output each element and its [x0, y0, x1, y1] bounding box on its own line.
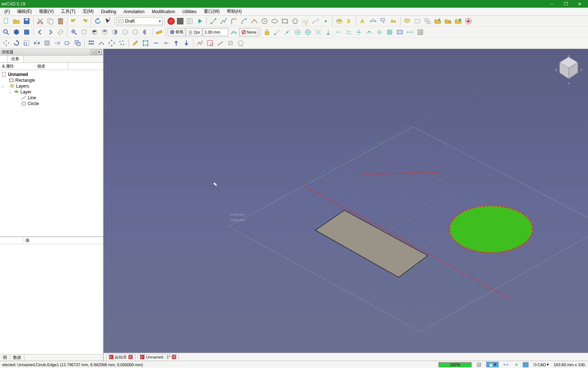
bspline-tool[interactable] — [301, 16, 310, 26]
menu-help[interactable]: 帮助(H) — [223, 8, 245, 15]
bottom-button[interactable] — [131, 27, 140, 37]
dimension-tool[interactable]: 10 — [368, 16, 378, 26]
right-button[interactable] — [110, 27, 120, 37]
undo-button[interactable] — [69, 16, 79, 26]
layers-button[interactable] — [402, 16, 412, 26]
wire-tool[interactable] — [219, 16, 228, 26]
macros-button[interactable] — [185, 16, 194, 26]
snap-grid-button[interactable] — [385, 27, 394, 37]
tab-data[interactable]: 数据 — [10, 354, 24, 361]
join-tool[interactable] — [151, 38, 160, 48]
stretch-tool[interactable] — [63, 38, 72, 48]
nav-back-button[interactable] — [35, 27, 45, 37]
tree-item-layers[interactable]: ⌄ Layers — [0, 83, 103, 89]
rectangle-tool[interactable] — [280, 16, 290, 26]
tree-doc[interactable]: Unnamed — [0, 72, 103, 77]
menu-annotation[interactable]: Annotation — [120, 8, 148, 15]
arc-tool[interactable] — [239, 16, 249, 26]
linewidth-widget[interactable]: 2px — [186, 28, 202, 36]
scale-tool[interactable] — [22, 38, 31, 48]
text-tool[interactable]: A — [358, 16, 368, 26]
upgrade-tool[interactable] — [171, 38, 181, 48]
status-zoom[interactable]: 100% — [438, 362, 471, 367]
snap-angle-button[interactable] — [303, 27, 313, 37]
facebinder-tool[interactable] — [334, 16, 344, 26]
nav-cube[interactable] — [552, 53, 585, 86]
cut-button[interactable] — [35, 16, 45, 26]
measure-button[interactable] — [154, 27, 164, 37]
iso-button[interactable] — [80, 27, 89, 37]
front-button[interactable] — [90, 27, 99, 37]
menu-view[interactable]: 视图(V) — [35, 8, 57, 15]
tab-tasks[interactable]: 任务 — [8, 55, 23, 62]
status-dim-icon[interactable] — [502, 362, 510, 368]
ellipse-tool[interactable] — [270, 16, 279, 26]
redo-button[interactable] — [80, 16, 89, 26]
wire2bspline-tool[interactable] — [195, 38, 205, 48]
draft2sketch-tool[interactable] — [205, 38, 215, 48]
polararray-tool[interactable] — [107, 38, 116, 48]
flipdim-tool[interactable] — [226, 38, 235, 48]
tab-model[interactable] — [0, 55, 8, 62]
snap-lock-button[interactable] — [262, 27, 272, 37]
mirror-tool[interactable] — [32, 38, 42, 48]
snap-dims-button[interactable] — [405, 27, 415, 37]
collapse-icon[interactable]: ⌄ — [1, 85, 5, 88]
circle-tool[interactable] — [260, 16, 269, 26]
view-orientation-widget[interactable]: 俯视 — [168, 28, 185, 36]
array-tool[interactable] — [86, 38, 96, 48]
snap-endpoint-button[interactable] — [272, 27, 282, 37]
tab-view[interactable]: 明 — [0, 354, 10, 361]
shape2d-tool[interactable] — [236, 38, 245, 48]
doctab-unnamed[interactable]: F Unnamed : 1* × — [138, 354, 179, 360]
snap-center-button[interactable] — [293, 27, 302, 37]
link-button[interactable] — [56, 27, 65, 37]
collapse-icon[interactable]: ⌄ — [9, 91, 12, 94]
menu-file[interactable]: (F) — [1, 8, 13, 15]
save-button[interactable] — [22, 16, 31, 26]
fit-selection-button[interactable] — [69, 27, 79, 37]
record-macro-button[interactable] — [167, 18, 175, 25]
line-tool[interactable] — [209, 16, 218, 26]
run-macro-button[interactable] — [195, 16, 205, 26]
tree-item-rectangle[interactable]: Rectangle — [0, 77, 103, 83]
status-snap-lock[interactable]: ▾ — [486, 362, 499, 367]
workbench-selector[interactable]: Draft ▾ — [117, 17, 163, 25]
selectgroup-button[interactable] — [443, 16, 453, 26]
stop-macro-button[interactable] — [177, 18, 183, 24]
downgrade-tool[interactable] — [182, 38, 191, 48]
whatsthis-button[interactable]: ? — [103, 16, 113, 26]
patharray-tool[interactable] — [97, 38, 106, 48]
apply-style-button[interactable] — [229, 27, 239, 37]
snap-midpoint-button[interactable] — [283, 27, 292, 37]
copy-button[interactable] — [46, 16, 55, 26]
tree-item-circle[interactable]: Circle — [0, 101, 103, 107]
autogroup-widget[interactable]: None — [239, 28, 258, 36]
maximize-button[interactable]: ❐ — [559, 0, 573, 8]
top-button[interactable] — [100, 27, 109, 37]
pointarray-tool[interactable] — [117, 38, 127, 48]
rear-button[interactable] — [120, 27, 130, 37]
trimex-tool[interactable] — [53, 38, 62, 48]
panel-close-button[interactable]: ✕ — [97, 50, 102, 55]
menu-edit[interactable]: 编辑(E) — [13, 8, 35, 15]
split-tool[interactable] — [161, 38, 171, 48]
refresh-button[interactable] — [93, 16, 102, 26]
snap-extension-button[interactable] — [334, 27, 343, 37]
status-grid-icon[interactable] — [475, 362, 483, 368]
menu-drafting[interactable]: Drafting — [97, 8, 120, 15]
open-file-button[interactable] — [12, 16, 21, 26]
snap-special-button[interactable] — [354, 27, 364, 37]
nav-fwd-button[interactable] — [46, 27, 55, 37]
menu-macro[interactable]: 宏(M) — [79, 8, 97, 15]
offset-tool[interactable] — [42, 38, 52, 48]
left-button[interactable] — [141, 27, 150, 37]
snap-wp-button[interactable] — [395, 27, 405, 37]
arc3pt-tool[interactable] — [249, 16, 259, 26]
bezier-tool[interactable] — [311, 16, 320, 26]
3d-view[interactable]: 10.00 mm 10.00 mm ⬉ F 起始页 × F Unnamed : … — [104, 49, 588, 361]
wpproxy-button[interactable] — [413, 16, 422, 26]
togglegroup-button[interactable] — [423, 16, 432, 26]
model-tree[interactable]: Unnamed Rectangle ⌄ Layers ⌄ Layer — [0, 70, 103, 237]
snap-ortho-button[interactable] — [375, 27, 384, 37]
